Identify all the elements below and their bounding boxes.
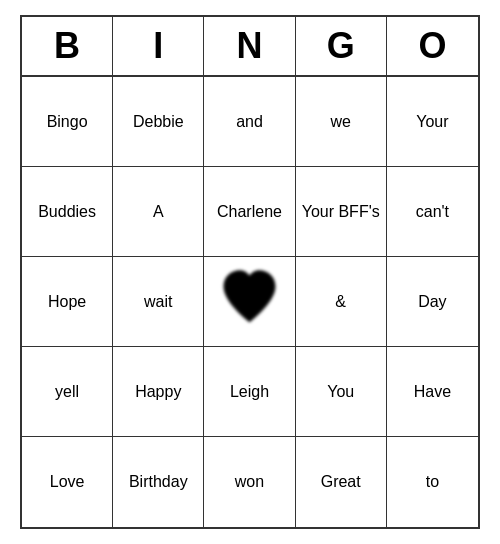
cell-r1-c0: Buddies: [22, 167, 113, 257]
cell-text-r4-c4: to: [426, 473, 439, 491]
cell-text-r0-c4: Your: [416, 113, 448, 131]
cell-text-r2-c0: Hope: [48, 293, 86, 311]
cell-r0-c1: Debbie: [113, 77, 204, 167]
cell-text-r0-c3: we: [330, 113, 350, 131]
header-letter-b: B: [22, 17, 113, 75]
cell-text-r4-c0: Love: [50, 473, 85, 491]
cell-text-r0-c1: Debbie: [133, 113, 184, 131]
cell-text-r3-c0: yell: [55, 383, 79, 401]
cell-r1-c2: Charlene: [204, 167, 295, 257]
cell-text-r2-c1: wait: [144, 293, 172, 311]
cell-r3-c4: Have: [387, 347, 478, 437]
cell-r0-c3: we: [296, 77, 387, 167]
cell-r4-c2: won: [204, 437, 295, 527]
cell-r2-c0: Hope: [22, 257, 113, 347]
bingo-grid: BingoDebbieandweYourBuddiesACharleneYour…: [22, 77, 478, 527]
header-letter-n: N: [204, 17, 295, 75]
cell-text-r0-c2: and: [236, 113, 263, 131]
cell-r1-c4: can't: [387, 167, 478, 257]
cell-r4-c3: Great: [296, 437, 387, 527]
cell-text-r3-c3: You: [327, 383, 354, 401]
header-letter-i: I: [113, 17, 204, 75]
cell-text-r3-c1: Happy: [135, 383, 181, 401]
cell-text-r4-c2: won: [235, 473, 264, 491]
cell-text-r1-c0: Buddies: [38, 203, 96, 221]
heart-icon: [217, 267, 282, 336]
bingo-card: BINGO BingoDebbieandweYourBuddiesACharle…: [20, 15, 480, 529]
cell-text-r3-c2: Leigh: [230, 383, 269, 401]
cell-r2-c1: wait: [113, 257, 204, 347]
cell-r2-c2: [204, 257, 295, 347]
cell-text-r2-c3: &: [335, 293, 346, 311]
cell-r0-c0: Bingo: [22, 77, 113, 167]
cell-r3-c0: yell: [22, 347, 113, 437]
header-letter-o: O: [387, 17, 478, 75]
cell-text-r1-c3: Your BFF's: [302, 203, 380, 221]
cell-r3-c2: Leigh: [204, 347, 295, 437]
cell-text-r1-c4: can't: [416, 203, 449, 221]
cell-text-r4-c3: Great: [321, 473, 361, 491]
bingo-header: BINGO: [22, 17, 478, 77]
cell-text-r3-c4: Have: [414, 383, 451, 401]
cell-r1-c1: A: [113, 167, 204, 257]
cell-r0-c2: and: [204, 77, 295, 167]
header-letter-g: G: [296, 17, 387, 75]
cell-text-r0-c0: Bingo: [47, 113, 88, 131]
cell-r2-c3: &: [296, 257, 387, 347]
cell-r0-c4: Your: [387, 77, 478, 167]
cell-r1-c3: Your BFF's: [296, 167, 387, 257]
cell-text-r1-c2: Charlene: [217, 203, 282, 221]
cell-text-r1-c1: A: [153, 203, 164, 221]
cell-text-r4-c1: Birthday: [129, 473, 188, 491]
cell-r3-c1: Happy: [113, 347, 204, 437]
cell-r3-c3: You: [296, 347, 387, 437]
cell-r4-c1: Birthday: [113, 437, 204, 527]
cell-text-r2-c4: Day: [418, 293, 446, 311]
cell-r2-c4: Day: [387, 257, 478, 347]
cell-r4-c4: to: [387, 437, 478, 527]
cell-r4-c0: Love: [22, 437, 113, 527]
